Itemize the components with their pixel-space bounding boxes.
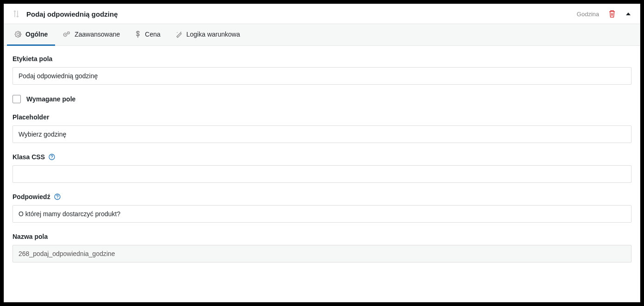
- tab-conditional[interactable]: Logika warunkowa: [168, 24, 248, 46]
- drag-handle-icon[interactable]: [12, 10, 20, 18]
- field-name-group: Nazwa pola: [12, 233, 632, 262]
- field-type-label: Godzina: [577, 11, 599, 18]
- field-label-input[interactable]: [12, 67, 632, 85]
- svg-point-1: [17, 33, 19, 35]
- field-name-input[interactable]: [12, 245, 632, 262]
- help-icon[interactable]: [49, 154, 55, 160]
- field-editor-panel: Podaj odpowiednią godzinę Godzina: [4, 4, 640, 302]
- gear-icon: [14, 31, 22, 38]
- trash-icon[interactable]: [608, 10, 616, 18]
- placeholder-input[interactable]: [12, 125, 632, 143]
- placeholder-group: Placeholder: [12, 113, 632, 143]
- tab-advanced[interactable]: Zaawansowane: [55, 24, 127, 46]
- svg-point-3: [65, 34, 66, 35]
- gears-icon: [62, 31, 71, 38]
- field-name-title: Nazwa pola: [12, 233, 632, 240]
- help-icon[interactable]: [54, 194, 61, 200]
- collapse-icon[interactable]: [625, 11, 632, 17]
- hint-group: Podpowiedź: [12, 193, 632, 223]
- field-label-group: Etykieta pola: [12, 55, 632, 85]
- css-class-group: Klasa CSS: [12, 153, 632, 183]
- placeholder-title: Placeholder: [12, 113, 632, 121]
- css-class-title: Klasa CSS: [12, 153, 632, 161]
- tab-label: Zaawansowane: [74, 31, 120, 38]
- required-checkbox[interactable]: [12, 95, 21, 103]
- tab-label: Ogólne: [25, 31, 48, 38]
- tab-content: Etykieta pola Wymagane pole Placeholder …: [4, 46, 640, 282]
- svg-point-5: [68, 32, 69, 33]
- required-group: Wymagane pole: [12, 95, 632, 103]
- panel-header-actions: Godzina: [577, 10, 632, 18]
- tab-label: Logika warunkowa: [186, 31, 240, 38]
- panel-header: Podaj odpowiednią godzinę Godzina: [4, 4, 640, 24]
- tab-label: Cena: [145, 31, 160, 38]
- tab-price[interactable]: Cena: [127, 24, 167, 46]
- wand-icon: [175, 31, 183, 38]
- dollar-icon: [135, 31, 141, 38]
- tabs-bar: Ogólne Zaawansowane Cena: [4, 24, 640, 46]
- hint-input[interactable]: [12, 205, 632, 223]
- css-class-input[interactable]: [12, 165, 632, 183]
- svg-point-9: [57, 198, 57, 199]
- tab-general[interactable]: Ogólne: [7, 24, 55, 46]
- required-label: Wymagane pole: [26, 95, 75, 103]
- field-label-title: Etykieta pola: [12, 55, 632, 62]
- svg-point-7: [51, 158, 52, 159]
- hint-title: Podpowiedź: [12, 193, 632, 200]
- panel-title: Podaj odpowiednią godzinę: [26, 10, 570, 18]
